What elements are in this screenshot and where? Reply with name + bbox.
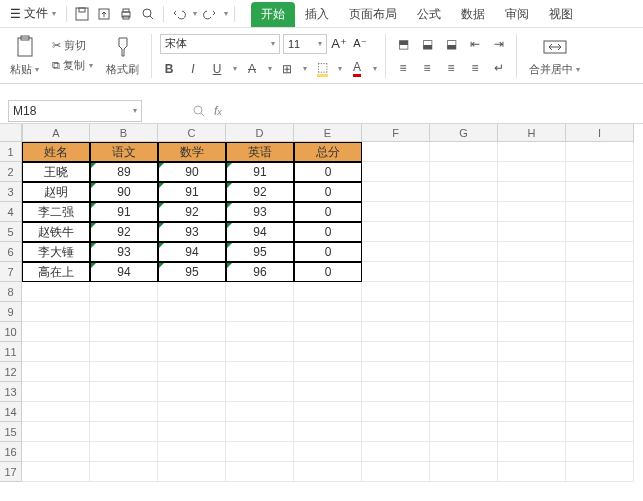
column-header[interactable]: B (90, 124, 158, 142)
cell[interactable] (226, 462, 294, 482)
cell[interactable] (498, 162, 566, 182)
cell[interactable] (22, 302, 90, 322)
undo-dropdown[interactable]: ▾ (193, 9, 197, 18)
cell[interactable] (226, 402, 294, 422)
chevron-down-icon[interactable]: ▾ (233, 64, 237, 73)
row-header[interactable]: 7 (0, 262, 22, 282)
row-header[interactable]: 8 (0, 282, 22, 302)
border-button[interactable]: ⊞ (278, 60, 296, 78)
cell[interactable] (226, 302, 294, 322)
cell[interactable]: 数学 (158, 142, 226, 162)
cell[interactable] (566, 302, 634, 322)
cell[interactable] (498, 402, 566, 422)
cell[interactable] (362, 322, 430, 342)
cell[interactable] (362, 422, 430, 442)
cell[interactable] (22, 382, 90, 402)
column-header[interactable]: A (22, 124, 90, 142)
cell[interactable]: 0 (294, 162, 362, 182)
cell[interactable]: 姓名 (22, 142, 90, 162)
cell[interactable] (158, 382, 226, 402)
underline-button[interactable]: U (208, 60, 226, 78)
cell[interactable]: 93 (226, 202, 294, 222)
cell[interactable] (566, 442, 634, 462)
cell[interactable] (566, 262, 634, 282)
align-bottom-icon[interactable]: ⬓ (442, 35, 460, 53)
cell[interactable] (430, 422, 498, 442)
cell[interactable] (294, 342, 362, 362)
cell[interactable] (362, 402, 430, 422)
cell[interactable] (362, 462, 430, 482)
cell[interactable] (498, 422, 566, 442)
cell[interactable] (566, 162, 634, 182)
cell[interactable] (566, 462, 634, 482)
cell[interactable] (498, 202, 566, 222)
cell[interactable]: 英语 (226, 142, 294, 162)
cell[interactable] (362, 142, 430, 162)
increase-font-icon[interactable]: A⁺ (330, 35, 348, 53)
export-icon[interactable] (95, 5, 113, 23)
tab-view[interactable]: 视图 (539, 2, 583, 27)
cell[interactable] (430, 462, 498, 482)
cell[interactable]: 0 (294, 242, 362, 262)
cell[interactable]: 语文 (90, 142, 158, 162)
cell[interactable] (294, 322, 362, 342)
cell[interactable] (566, 242, 634, 262)
spreadsheet-grid[interactable]: ABCDEFGHI 1姓名语文数学英语总分2王晓89909103赵明909192… (0, 124, 643, 482)
cell[interactable] (90, 382, 158, 402)
cell[interactable] (22, 402, 90, 422)
cell[interactable] (566, 382, 634, 402)
row-header[interactable]: 5 (0, 222, 22, 242)
cell[interactable]: 高在上 (22, 262, 90, 282)
cell[interactable]: 李二强 (22, 202, 90, 222)
column-header[interactable]: F (362, 124, 430, 142)
cell[interactable] (226, 322, 294, 342)
file-menu[interactable]: ☰ 文件 ▾ (6, 3, 60, 24)
row-header[interactable]: 2 (0, 162, 22, 182)
cell[interactable]: 90 (158, 162, 226, 182)
cell[interactable] (90, 302, 158, 322)
cell[interactable] (430, 402, 498, 422)
cell[interactable] (294, 422, 362, 442)
cell[interactable] (158, 402, 226, 422)
align-middle-icon[interactable]: ⬓ (418, 35, 436, 53)
row-header[interactable]: 4 (0, 202, 22, 222)
cell[interactable] (362, 442, 430, 462)
cell[interactable] (498, 362, 566, 382)
tab-layout[interactable]: 页面布局 (339, 2, 407, 27)
cell[interactable] (90, 282, 158, 302)
row-header[interactable]: 13 (0, 382, 22, 402)
cell[interactable] (362, 182, 430, 202)
row-header[interactable]: 15 (0, 422, 22, 442)
row-header[interactable]: 9 (0, 302, 22, 322)
cell[interactable] (158, 322, 226, 342)
row-header[interactable]: 14 (0, 402, 22, 422)
column-header[interactable]: E (294, 124, 362, 142)
cell[interactable] (158, 362, 226, 382)
cell[interactable] (566, 362, 634, 382)
cell[interactable] (362, 282, 430, 302)
format-painter-group[interactable]: 格式刷 (102, 34, 143, 77)
cell[interactable] (498, 302, 566, 322)
justify-icon[interactable]: ≡ (466, 59, 484, 77)
preview-icon[interactable] (139, 5, 157, 23)
cell[interactable] (430, 362, 498, 382)
cancel-icon[interactable] (192, 104, 206, 118)
cell[interactable] (498, 442, 566, 462)
tab-formula[interactable]: 公式 (407, 2, 451, 27)
cell[interactable] (566, 282, 634, 302)
align-right-icon[interactable]: ≡ (442, 59, 460, 77)
cell[interactable] (430, 322, 498, 342)
italic-button[interactable]: I (184, 60, 202, 78)
row-header[interactable]: 1 (0, 142, 22, 162)
cell[interactable] (90, 322, 158, 342)
cell[interactable] (90, 402, 158, 422)
increase-indent-icon[interactable]: ⇥ (490, 35, 508, 53)
bold-button[interactable]: B (160, 60, 178, 78)
cell[interactable] (158, 462, 226, 482)
cell[interactable] (566, 222, 634, 242)
chevron-down-icon[interactable]: ▾ (268, 64, 272, 73)
cell[interactable] (362, 242, 430, 262)
cell[interactable] (430, 282, 498, 302)
cell[interactable] (430, 302, 498, 322)
cell[interactable] (498, 142, 566, 162)
